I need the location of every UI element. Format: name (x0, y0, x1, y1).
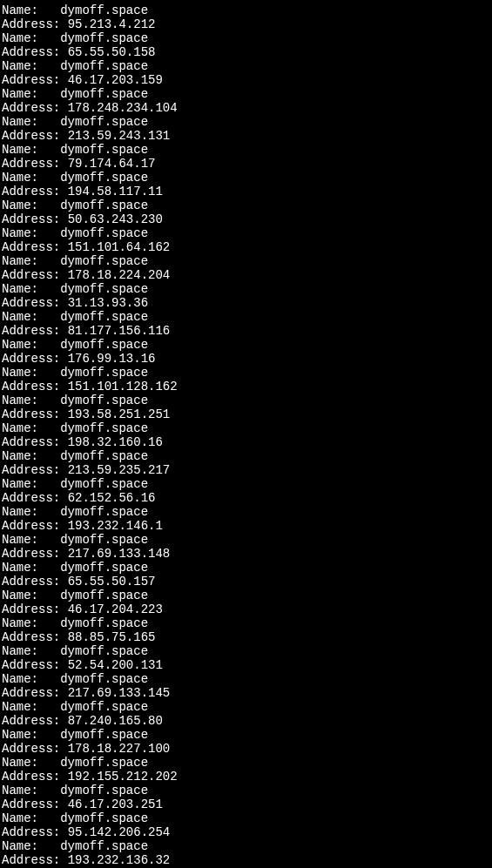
address-label: Address: (2, 268, 68, 282)
address-label: Address: (2, 407, 68, 421)
dns-name-value: dymoff.space (60, 171, 148, 185)
name-label: Name: (2, 756, 60, 770)
dns-address-line: Address: 46.17.203.159 (2, 73, 490, 87)
dns-name-line: Name: dymoff.space (2, 811, 490, 825)
dns-address-line: Address: 213.59.243.131 (2, 129, 490, 143)
dns-name-line: Name: dymoff.space (2, 449, 490, 463)
dns-name-line: Name: dymoff.space (2, 839, 490, 853)
dns-name-line: Name: dymoff.space (2, 784, 490, 797)
address-label: Address: (2, 296, 68, 310)
dns-name-line: Name: dymoff.space (2, 561, 490, 575)
dns-name-value: dymoff.space (60, 644, 148, 658)
dns-name-line: Name: dymoff.space (2, 115, 490, 129)
dns-name-line: Name: dymoff.space (2, 59, 490, 73)
dns-address-line: Address: 151.101.128.162 (2, 380, 490, 394)
dns-address-value: 31.13.93.36 (68, 296, 148, 310)
address-label: Address: (2, 212, 68, 226)
dns-name-value: dymoff.space (60, 59, 148, 73)
address-label: Address: (2, 73, 68, 87)
dns-address-value: 217.69.133.148 (68, 547, 171, 561)
name-label: Name: (2, 477, 60, 491)
dns-name-line: Name: dymoff.space (2, 171, 490, 185)
dns-name-line: Name: dymoff.space (2, 477, 490, 491)
dns-address-value: 176.99.13.16 (68, 352, 156, 366)
name-label: Name: (2, 171, 60, 185)
dns-name-line: Name: dymoff.space (2, 366, 490, 380)
name-label: Name: (2, 728, 60, 742)
dns-address-value: 79.174.64.17 (68, 157, 156, 171)
dns-address-line: Address: 193.58.251.251 (2, 407, 490, 421)
dns-address-value: 87.240.165.80 (68, 714, 163, 728)
dns-address-line: Address: 81.177.156.116 (2, 324, 490, 338)
dns-name-value: dymoff.space (60, 394, 148, 407)
dns-name-value: dymoff.space (60, 616, 148, 630)
dns-name-value: dymoff.space (60, 728, 148, 742)
dns-name-value: dymoff.space (60, 533, 148, 547)
name-label: Name: (2, 561, 60, 575)
dns-address-value: 81.177.156.116 (68, 324, 171, 338)
address-label: Address: (2, 101, 68, 115)
dns-name-value: dymoff.space (60, 756, 148, 770)
dns-address-line: Address: 95.142.206.254 (2, 825, 490, 839)
dns-name-value: dymoff.space (60, 811, 148, 825)
name-label: Name: (2, 616, 60, 630)
dns-address-line: Address: 87.240.165.80 (2, 714, 490, 728)
name-label: Name: (2, 87, 60, 101)
dns-address-value: 213.59.235.217 (68, 463, 171, 477)
dns-address-line: Address: 192.155.212.202 (2, 770, 490, 784)
name-label: Name: (2, 310, 60, 324)
dns-address-value: 178.18.227.100 (68, 742, 171, 756)
dns-address-value: 178.18.224.204 (68, 268, 171, 282)
dns-name-value: dymoff.space (60, 505, 148, 519)
dns-address-line: Address: 46.17.203.251 (2, 797, 490, 811)
dns-address-line: Address: 46.17.204.223 (2, 602, 490, 616)
dns-address-value: 193.58.251.251 (68, 407, 171, 421)
name-label: Name: (2, 784, 60, 797)
dns-name-line: Name: dymoff.space (2, 338, 490, 352)
dns-name-line: Name: dymoff.space (2, 589, 490, 602)
dns-address-line: Address: 151.101.64.162 (2, 240, 490, 254)
address-label: Address: (2, 575, 68, 589)
name-label: Name: (2, 282, 60, 296)
name-label: Name: (2, 31, 60, 45)
dns-address-value: 52.54.200.131 (68, 658, 163, 672)
address-label: Address: (2, 797, 68, 811)
dns-name-value: dymoff.space (60, 700, 148, 714)
address-label: Address: (2, 853, 68, 867)
dns-name-value: dymoff.space (60, 784, 148, 797)
address-label: Address: (2, 491, 68, 505)
address-label: Address: (2, 435, 68, 449)
name-label: Name: (2, 115, 60, 129)
terminal-output: Name: dymoff.spaceAddress: 95.213.4.212N… (2, 3, 490, 867)
dns-name-line: Name: dymoff.space (2, 700, 490, 714)
dns-name-value: dymoff.space (60, 198, 148, 212)
dns-name-value: dymoff.space (60, 477, 148, 491)
dns-address-value: 95.213.4.212 (68, 17, 156, 31)
dns-name-value: dymoff.space (60, 421, 148, 435)
dns-address-line: Address: 95.213.4.212 (2, 17, 490, 31)
dns-name-value: dymoff.space (60, 449, 148, 463)
address-label: Address: (2, 157, 68, 171)
dns-address-value: 194.58.117.11 (68, 185, 163, 198)
name-label: Name: (2, 644, 60, 658)
dns-address-line: Address: 52.54.200.131 (2, 658, 490, 672)
name-label: Name: (2, 198, 60, 212)
dns-address-line: Address: 217.69.133.148 (2, 547, 490, 561)
name-label: Name: (2, 254, 60, 268)
dns-address-line: Address: 193.232.146.1 (2, 519, 490, 533)
dns-name-value: dymoff.space (60, 589, 148, 602)
dns-name-line: Name: dymoff.space (2, 87, 490, 101)
dns-name-line: Name: dymoff.space (2, 616, 490, 630)
dns-address-line: Address: 217.69.133.145 (2, 686, 490, 700)
address-label: Address: (2, 742, 68, 756)
address-label: Address: (2, 240, 68, 254)
dns-address-value: 213.59.243.131 (68, 129, 171, 143)
address-label: Address: (2, 825, 68, 839)
dns-name-value: dymoff.space (60, 310, 148, 324)
dns-address-value: 95.142.206.254 (68, 825, 171, 839)
dns-name-line: Name: dymoff.space (2, 254, 490, 268)
dns-address-value: 62.152.56.16 (68, 491, 156, 505)
dns-name-line: Name: dymoff.space (2, 143, 490, 157)
dns-name-value: dymoff.space (60, 338, 148, 352)
dns-address-value: 192.155.212.202 (68, 770, 178, 784)
